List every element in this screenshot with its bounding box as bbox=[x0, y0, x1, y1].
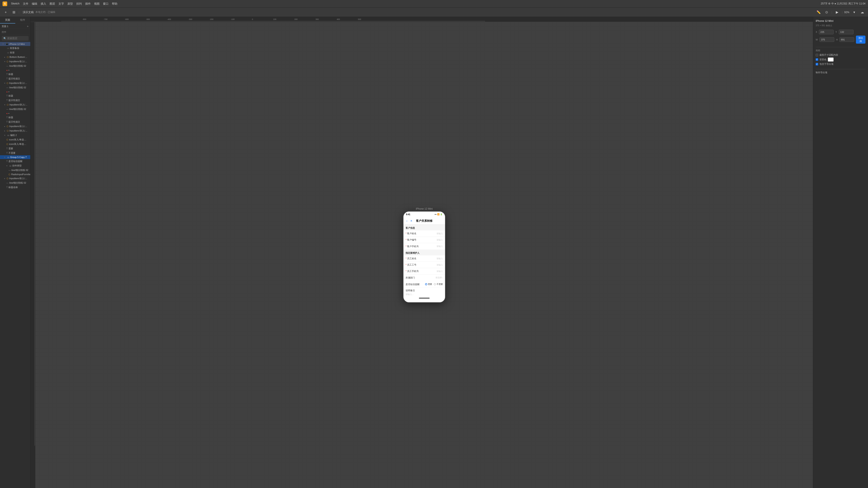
layer-iphone12mini[interactable]: ▾ 📱 iPhone 12 Mini bbox=[0, 42, 30, 46]
toolbar-play-btn[interactable]: ▶ bbox=[834, 9, 840, 15]
field-customer-name[interactable]: * 客户姓名 请输入 bbox=[403, 230, 445, 237]
toggle-group5copy7[interactable]: ▾ bbox=[4, 156, 6, 158]
layer-line-02-4[interactable]: — line/细分割线 02 bbox=[0, 168, 30, 172]
layer-icon-line2: — bbox=[6, 87, 8, 89]
export-slice-checkbox[interactable] bbox=[816, 63, 818, 65]
layer-inputitem2[interactable]: ▾ ⬡ Inputitem/录入/常规必填备份 bbox=[0, 81, 30, 85]
menu-sketch[interactable]: Sketch bbox=[11, 2, 20, 6]
back-icon[interactable]: ← bbox=[406, 219, 409, 223]
layer-controltype[interactable]: ▾ 🗂 控件类型 bbox=[0, 164, 30, 168]
label-remarks: 说明备注 bbox=[406, 289, 417, 292]
resize-btn[interactable]: 按比例 bbox=[856, 36, 865, 44]
layer-inputitem1[interactable]: ▾ ⬡ Inputitem/录入/常规必填备... bbox=[0, 59, 30, 64]
bgcolor-checkbox[interactable] bbox=[816, 58, 818, 61]
menu-plugins[interactable]: 插件 bbox=[85, 2, 91, 6]
toolbar-pen-btn[interactable]: ✏️ bbox=[815, 9, 822, 15]
layer-hint1[interactable]: T 提示性描文 bbox=[0, 76, 30, 81]
close-icon[interactable]: ✕ bbox=[410, 220, 412, 222]
layer-dot3[interactable]: ● • bbox=[0, 111, 30, 115]
value-department: 请选择 bbox=[435, 276, 442, 279]
layer-icon-unselected[interactable]: ⬡ icon/录入/单选未选中备份 bbox=[0, 137, 30, 142]
layer-notneed[interactable]: T 不需要 bbox=[0, 151, 30, 155]
add-page-btn[interactable]: + bbox=[27, 25, 29, 28]
phone-content[interactable]: 客户信息 * 客户姓名 请输入 bbox=[403, 225, 445, 296]
layer-title1[interactable]: T 标题 bbox=[0, 72, 30, 76]
layer-rect[interactable]: ▭ 矩形 bbox=[0, 51, 30, 55]
remarks-textarea[interactable]: 请输入... bbox=[406, 293, 443, 296]
layer-line-02-5[interactable]: — line/细分割线 02 bbox=[0, 181, 30, 185]
field-sms-reminder[interactable]: 是否短信提醒 需要 不需要 bbox=[403, 281, 445, 287]
clip-content-checkbox[interactable] bbox=[816, 54, 818, 56]
layer-hint3[interactable]: T 提示性描文 bbox=[0, 120, 30, 124]
toggle-iphone12mini[interactable]: ▾ bbox=[3, 43, 5, 45]
canvas-area[interactable]: iPhone 12 Mini 9:41 ▪▪▪ 📶 🔋 bbox=[36, 22, 813, 488]
field-department[interactable]: 所属部门 请选择 › bbox=[403, 274, 445, 281]
menu-file[interactable]: 文件 bbox=[23, 2, 28, 6]
field-staff-name[interactable]: * 员工姓名 请输入 bbox=[403, 255, 445, 262]
layer-search-box[interactable]: 🔍 bbox=[2, 36, 29, 41]
h-input[interactable] bbox=[839, 37, 854, 42]
field-customer-id[interactable]: * 客户编号 请输入 bbox=[403, 237, 445, 243]
layer-icon-selected[interactable]: ⬡ icon/录入/单选选中 bbox=[0, 142, 30, 147]
layer-title2[interactable]: T 标题 bbox=[0, 94, 30, 98]
customer-form-card: * 客户姓名 请输入 * 客户编号 bbox=[403, 230, 445, 250]
menu-arrange[interactable]: 排列 bbox=[76, 2, 82, 6]
radio-option-notneed[interactable]: 不需要 bbox=[434, 283, 443, 286]
layer-group2[interactable]: ▾ 🗂 编组 2 bbox=[0, 133, 30, 137]
layer-title3[interactable]: T 标题 bbox=[0, 115, 30, 120]
layer-line-02-2[interactable]: — line/细分割线 02 bbox=[0, 85, 30, 90]
toolbar-zoom-btn[interactable]: ▾ bbox=[851, 9, 858, 15]
w-input[interactable] bbox=[819, 37, 834, 42]
y-input[interactable] bbox=[839, 30, 854, 34]
layer-radio-input[interactable]: ⬡ RadioInputFormItem bbox=[0, 172, 30, 176]
layer-dot1[interactable]: ● • bbox=[0, 68, 30, 72]
field-staff-phone[interactable]: * 员工手机号 请输入 bbox=[403, 268, 445, 274]
layer-label-name[interactable]: T 标题名称 bbox=[0, 185, 30, 190]
toggle-group2[interactable]: ▾ bbox=[4, 134, 6, 136]
radio-option-needed[interactable]: 需要 bbox=[425, 283, 432, 286]
toggle-inputitem2[interactable]: ▾ bbox=[4, 82, 6, 84]
toggle-inputitem3[interactable]: ▾ bbox=[4, 104, 6, 106]
main-layout: 页面 组件 页面 1 + 控件 🔍 ▾ 📱 iPhone 12 Mini ▭ bbox=[0, 17, 868, 488]
toggle-controltype[interactable]: ▾ bbox=[6, 165, 8, 167]
page-item[interactable]: 页面 1 bbox=[2, 25, 8, 28]
toggle-inputitem1[interactable]: ▾ bbox=[4, 60, 6, 63]
toolbar-circle-btn[interactable]: ⊙ bbox=[824, 9, 830, 15]
options-label: 画框 bbox=[816, 49, 865, 52]
layer-icon-radio-off: ⬡ bbox=[6, 138, 8, 141]
field-staff-id[interactable]: * 员工工号 请输入 bbox=[403, 262, 445, 268]
toolbar-grid-btn[interactable]: ⊞ bbox=[10, 9, 17, 15]
toolbar-insert-btn[interactable]: + bbox=[3, 9, 9, 15]
menu-edit[interactable]: 编辑 bbox=[32, 2, 37, 6]
field-customer-phone[interactable]: * 客户手机号 请输入 bbox=[403, 243, 445, 250]
layer-rect-backup[interactable]: ▭ 矩形备份 bbox=[0, 46, 30, 51]
layer-inputitem-select[interactable]: ▸ ⬡ Inputitem/录入/选择/常规 bbox=[0, 129, 30, 133]
layer-inputitem-text[interactable]: ▸ ⬡ Inputitem/录入/文本录入/... bbox=[0, 124, 30, 129]
layer-hint2[interactable]: T 提示性描文 bbox=[0, 98, 30, 102]
layer-icon-dot1: ● bbox=[6, 69, 8, 71]
layer-dot2[interactable]: ● • bbox=[0, 90, 30, 94]
layer-sms-remind[interactable]: T 是否短信提醒 bbox=[0, 159, 30, 164]
layer-inputitem3[interactable]: ▾ ⬡ Inputitem/录入/常规必填 bbox=[0, 102, 30, 107]
layer-group5copy7[interactable]: ▾ 🗂 Group 5 Copy 7 bbox=[0, 155, 30, 159]
menu-proto[interactable]: 原型 bbox=[67, 2, 73, 6]
toolbar-upload-btn[interactable]: ☁ bbox=[859, 9, 865, 15]
menu-help[interactable]: 帮助 bbox=[112, 2, 117, 6]
menu-layer[interactable]: 图层 bbox=[50, 2, 55, 6]
menu-window[interactable]: 窗口 bbox=[103, 2, 108, 6]
layer-search-input[interactable] bbox=[7, 37, 27, 40]
menu-insert[interactable]: 插入 bbox=[41, 2, 46, 6]
right-panel: iPhone 12 Mini 375 × 891 像素点 X Y W H 按比例… bbox=[813, 17, 868, 488]
menu-text[interactable]: 文字 bbox=[59, 2, 64, 6]
tab-pages[interactable]: 页面 bbox=[0, 17, 15, 24]
x-input[interactable] bbox=[819, 30, 834, 34]
tab-components[interactable]: 组件 bbox=[15, 17, 31, 24]
layer-bottom-btn[interactable]: ▸ ⬡ Bottom Button/个主按钮 bbox=[0, 55, 30, 59]
svg-text:-600: -600 bbox=[125, 18, 129, 20]
layer-line-02-3[interactable]: — line/细分割线 02 bbox=[0, 107, 30, 111]
menu-view[interactable]: 视图 bbox=[94, 2, 100, 6]
bgcolor-swatch[interactable] bbox=[828, 57, 834, 62]
layer-required[interactable]: T 需要 bbox=[0, 147, 30, 151]
layer-inputitem-select2[interactable]: ▸ ⬡ Inputitem/录入/选择录入/... bbox=[0, 176, 30, 181]
layer-line-02-1[interactable]: — line/细分割线 02 bbox=[0, 64, 30, 68]
